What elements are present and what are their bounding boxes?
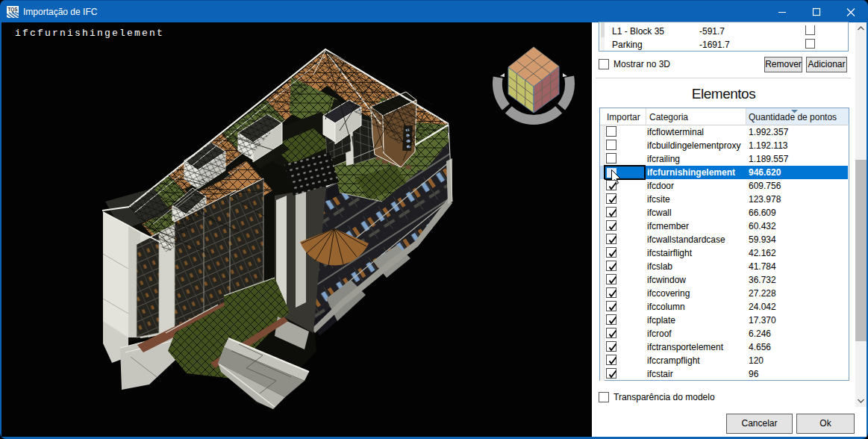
- svg-text:TQS: TQS: [7, 7, 18, 13]
